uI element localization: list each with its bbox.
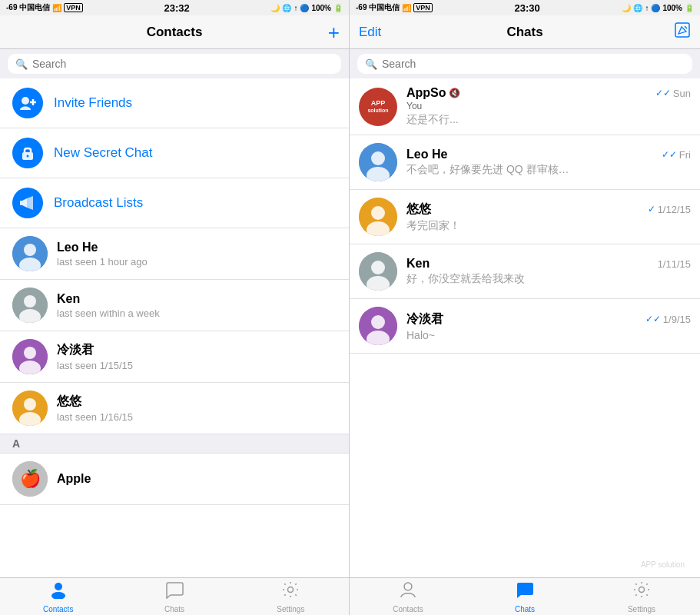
chat-name-lengdanjun: 冷淡君 [406,311,443,327]
contact-info-youyou: 悠悠 last seen 1/16/15 [57,394,337,423]
left-status-bar: -69 中国电信 📶 VPN 23:32 🌙 🌐 ↑ 🔵 100% 🔋 [0,0,349,15]
left-clock: 23:32 [164,2,189,14]
avatar-apple: 🍎 [12,461,48,497]
svg-point-28 [371,206,385,220]
invite-friends-item[interactable]: Invite Friends [0,78,349,128]
time-lengdanjun: 1/9/15 [663,314,691,325]
chat-msg-appso: 还是不行... [406,113,599,127]
right-status-signal: -69 中国电信 📶 VPN [356,2,433,13]
left-search-bar: 🔍 [0,49,349,78]
contact-sub-youyou: last seen 1/16/15 [57,411,337,423]
chat-meta-youyou: ✓ 1/12/15 [648,204,691,215]
chat-msg-youyou: 考完回家！ [406,219,599,233]
contact-sub-lengdanjun: last seen 1/15/15 [57,360,337,371]
right-tab-contacts[interactable]: Contacts [350,580,466,613]
svg-point-10 [24,295,36,308]
contact-name-lengdanjun: 冷淡君 [57,342,337,358]
right-tab-settings-label: Settings [628,605,655,613]
contact-row-apple[interactable]: 🍎 Apple [0,454,349,505]
invite-icon [12,88,43,118]
avatar-appso: APP solution [359,88,397,126]
check-youyou: ✓ [648,204,655,214]
right-tab-chats[interactable]: Chats [466,580,583,613]
right-header-title: Chats [506,25,542,40]
contact-row-youyou[interactable]: 悠悠 last seen 1/16/15 [0,383,349,434]
left-tab-contacts[interactable]: Contacts [0,580,116,613]
svg-point-0 [22,97,29,105]
new-secret-chat-item[interactable]: New Secret Chat [0,128,349,178]
settings-tab-icon-left [281,580,300,603]
chat-meta-leo: ✓✓ Fri [662,149,691,161]
avatar-lengdanjun [12,339,48,374]
right-status-bar: -69 中国电信 📶 VPN 23:30 🌙 🌐 ↑ 🔵 100% 🔋 [350,0,700,15]
svg-rect-5 [20,201,22,205]
chat-name-row-youyou: 悠悠 ✓ 1/12/15 [406,201,691,218]
chat-name-appso: AppSo [406,86,446,100]
contact-name-ken: Ken [57,292,337,306]
avatar-ken-chat [359,252,397,291]
contact-info-ken: Ken last seen within a week [57,292,337,319]
you-label-appso: You [406,101,691,111]
check-leo: ✓✓ [662,149,677,160]
add-contact-button[interactable]: + [328,22,340,42]
svg-point-4 [27,155,29,158]
chat-info-youyou: 悠悠 ✓ 1/12/15 考完回家！ [406,201,691,233]
chat-name-youyou: 悠悠 [406,201,431,218]
chats-tab-icon-left [165,580,184,603]
svg-point-22 [288,587,294,592]
chat-row-lengdanjun[interactable]: 冷淡君 ✓✓ 1/9/15 Halo~ [350,299,700,354]
broadcast-label: Broadcast Lists [54,195,143,211]
left-tab-bar: Contacts Chats Settings [0,577,349,615]
left-status-icons: 🌙 🌐 ↑ 🔵 100% 🔋 [270,4,343,12]
contact-name-leo: Leo He [57,241,337,254]
left-tab-chats-label: Chats [164,605,184,613]
broadcast-lists-item[interactable]: Broadcast Lists [0,178,349,228]
left-tab-settings[interactable]: Settings [233,580,349,613]
chat-name-row-lengdanjun: 冷淡君 ✓✓ 1/9/15 [406,311,691,327]
chat-meta-appso: ✓✓ Sun [655,88,691,99]
broadcast-icon [12,188,43,218]
svg-point-36 [404,583,412,590]
contact-sub-leo: last seen 1 hour ago [57,256,337,268]
svg-point-34 [371,315,385,329]
chat-msg-leo: 不会吧，好像要先进 QQ 群审核… [406,163,599,177]
compose-button[interactable] [674,22,691,42]
contact-info-lengdanjun: 冷淡君 last seen 1/15/15 [57,342,337,371]
left-search-input[interactable] [32,58,333,70]
chat-row-ken[interactable]: Ken 1/11/15 好，你没空就丢给我来改 [350,244,700,299]
contact-info-apple: Apple [57,472,337,486]
chat-info-leo: Leo He ✓✓ Fri 不会吧，好像要先进 QQ 群审核… [406,148,691,177]
check-lengdanjun: ✓✓ [645,314,661,324]
time-leo: Fri [679,149,691,161]
left-search-wrap[interactable]: 🔍 [8,54,341,74]
svg-rect-23 [675,23,689,37]
chat-row-appso[interactable]: APP solution AppSo 🔇 ✓✓ Sun You 还是不行... [350,78,700,135]
edit-button[interactable]: Edit [359,25,381,40]
chat-name-ken: Ken [406,257,430,271]
left-tab-settings-label: Settings [277,605,304,613]
contact-sub-ken: last seen within a week [57,308,337,319]
svg-point-25 [371,151,385,165]
left-panel: -69 中国电信 📶 VPN 23:32 🌙 🌐 ↑ 🔵 100% 🔋 Cont… [0,0,350,615]
chat-row-leo[interactable]: Leo He ✓✓ Fri 不会吧，好像要先进 QQ 群审核… [350,135,700,190]
contact-row-ken[interactable]: Ken last seen within a week [0,280,349,331]
contact-info-leo: Leo He last seen 1 hour ago [57,241,337,268]
right-search-input[interactable] [382,58,685,70]
contact-row-leo[interactable]: Leo He last seen 1 hour ago [0,228,349,280]
right-panel: -69 中国电信 📶 VPN 23:30 🌙 🌐 ↑ 🔵 100% 🔋 Edit… [350,0,700,615]
left-header: Contacts + [0,15,349,49]
secret-label: New Secret Chat [54,145,153,161]
contact-row-lengdanjun[interactable]: 冷淡君 last seen 1/15/15 [0,331,349,383]
left-tab-chats[interactable]: Chats [116,580,232,613]
right-search-wrap[interactable]: 🔍 [357,54,692,74]
right-status-icons: 🌙 🌐 ↑ 🔵 100% 🔋 [622,4,694,12]
chat-msg-ken: 好，你没空就丢给我来改 [406,272,599,286]
chat-row-youyou[interactable]: 悠悠 ✓ 1/12/15 考完回家！ [350,190,700,244]
left-header-title: Contacts [147,25,203,40]
right-tab-chats-label: Chats [515,605,535,613]
time-appso: Sun [673,88,691,99]
chat-msg-lengdanjun: Halo~ [406,329,599,341]
chat-meta-ken: 1/11/15 [658,258,691,270]
right-tab-settings[interactable]: Settings [583,580,700,613]
avatar-lengdanjun-chat [359,307,397,345]
